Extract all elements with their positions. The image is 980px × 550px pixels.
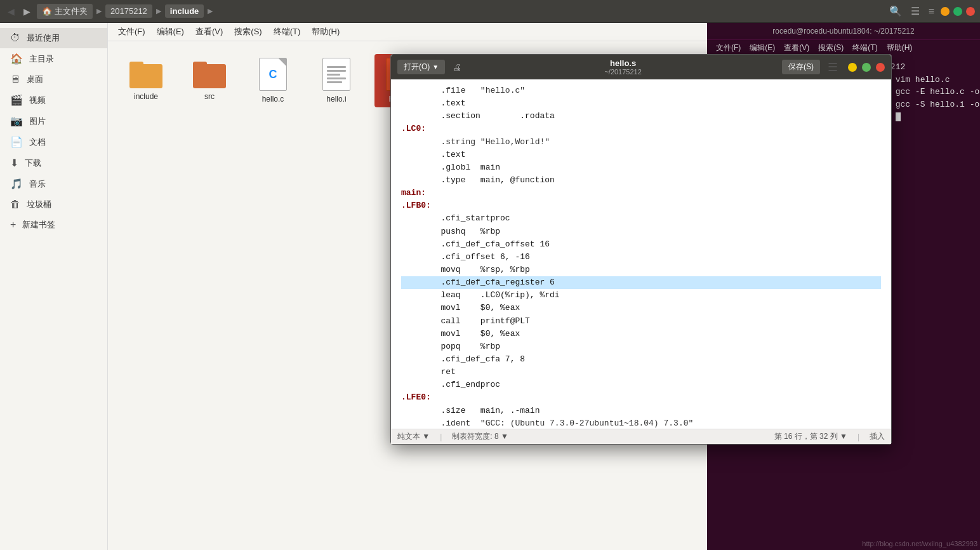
sidebar-label-documents: 文档 bbox=[29, 137, 46, 148]
editor-line-4: .LC0: bbox=[401, 123, 881, 135]
status-format[interactable]: 纯文本 ▼ bbox=[397, 431, 430, 442]
desktop-icon: 🖥 bbox=[10, 74, 20, 85]
sidebar-label-downloads: 下载 bbox=[25, 158, 41, 169]
home-sidebar-icon: 🏠 bbox=[10, 53, 23, 65]
sidebar-item-desktop[interactable]: 🖥 桌面 bbox=[0, 69, 107, 90]
editor-line-10: .LFB0: bbox=[401, 199, 881, 212]
c-file-icon: C bbox=[259, 58, 287, 91]
menu-help[interactable]: 帮助(H) bbox=[307, 24, 345, 39]
tmenu-edit[interactable]: 编辑(E) bbox=[746, 41, 779, 55]
pictures-icon: 📷 bbox=[10, 115, 23, 127]
editor-line-24: .cfi_endproc bbox=[401, 379, 881, 391]
editor-line-20: movl $0, %eax bbox=[401, 328, 881, 340]
status-tabwidth[interactable]: 制表符宽度: 8 ▼ bbox=[452, 431, 508, 442]
editor-titlebar: 打开(O) ▼ 🖨 hello.s ~/20175212 保存(S) ☰ bbox=[391, 55, 891, 79]
watermark: http://blog.csdn.net/wxilng_u4382993 bbox=[862, 540, 977, 547]
topbar: ◀ ▶ 🏠 主文件夹 ▶ 20175212 ▶ include ▶ 🔍 ☰ ≡ bbox=[0, 0, 980, 23]
window-maximize-btn[interactable] bbox=[953, 7, 962, 16]
sidebar-label-recent: 最近使用 bbox=[27, 32, 60, 44]
menu-btn[interactable]: ≡ bbox=[926, 4, 937, 18]
window-close-btn[interactable] bbox=[966, 7, 975, 16]
editor-window: 打开(O) ▼ 🖨 hello.s ~/20175212 保存(S) ☰ .fi… bbox=[390, 54, 892, 445]
list-view-btn[interactable]: ☰ bbox=[908, 4, 922, 18]
tmenu-file[interactable]: 文件(F) bbox=[712, 41, 745, 55]
sidebar-item-music[interactable]: 🎵 音乐 bbox=[0, 173, 107, 194]
sidebar-item-recent[interactable]: ⏱ 最近使用 bbox=[0, 28, 107, 48]
editor-line-19: call printf@PLT bbox=[401, 315, 881, 328]
bc-arrow-2: ▶ bbox=[156, 7, 161, 15]
editor-line-11: .cfi_startproc bbox=[401, 212, 881, 225]
sidebar-item-video[interactable]: 🎬 视频 bbox=[0, 90, 107, 111]
menu-view[interactable]: 查看(V) bbox=[190, 24, 228, 39]
tmenu-view[interactable]: 查看(V) bbox=[780, 41, 813, 55]
editor-menu-btn[interactable]: ☰ bbox=[825, 59, 840, 76]
file-item-src[interactable]: src bbox=[184, 54, 235, 107]
dir2-label: include bbox=[170, 6, 199, 16]
dir2-breadcrumb[interactable]: include bbox=[165, 4, 204, 18]
recent-icon: ⏱ bbox=[10, 32, 20, 44]
status-position[interactable]: 第 16 行，第 32 列 ▼ bbox=[774, 431, 847, 442]
sidebar-label-trash: 垃圾桶 bbox=[27, 199, 51, 210]
file-label-src: src bbox=[204, 92, 215, 101]
editor-maximize-btn[interactable] bbox=[862, 63, 871, 72]
forward-button[interactable]: ▶ bbox=[21, 5, 33, 18]
downloads-icon: ⬇ bbox=[10, 157, 18, 169]
editor-open-label: 打开(O) bbox=[404, 62, 430, 72]
tmenu-help[interactable]: 帮助(H) bbox=[883, 41, 917, 55]
home-icon: 🏠 bbox=[42, 6, 52, 16]
file-menubar: 文件(F) 编辑(E) 查看(V) 搜索(S) 终端(T) 帮助(H) bbox=[108, 23, 707, 41]
editor-line-12: pushq %rbp bbox=[401, 225, 881, 238]
sidebar-item-documents[interactable]: 📄 文档 bbox=[0, 131, 107, 152]
sidebar-label-video: 视频 bbox=[29, 95, 46, 106]
window-minimize-btn[interactable] bbox=[941, 7, 950, 16]
editor-open-btn[interactable]: 打开(O) ▼ bbox=[397, 60, 445, 74]
tmenu-terminal[interactable]: 终端(T) bbox=[849, 41, 881, 55]
editor-line-2: .text bbox=[401, 97, 881, 110]
editor-line-26: .size main, .-main bbox=[401, 405, 881, 417]
sidebar-item-downloads[interactable]: ⬇ 下载 bbox=[0, 152, 107, 173]
tmenu-search[interactable]: 搜索(S) bbox=[814, 41, 847, 55]
search-icon-btn[interactable]: 🔍 bbox=[887, 4, 904, 18]
sidebar-label-desktop: 桌面 bbox=[27, 74, 43, 85]
file-item-hello-i[interactable]: hello.i bbox=[311, 54, 362, 107]
file-label-hello-c: hello.c bbox=[262, 95, 284, 104]
editor-statusbar: 纯文本 ▼ | 制表符宽度: 8 ▼ 第 16 行，第 32 列 ▼ | 插入 bbox=[391, 429, 891, 444]
menu-search[interactable]: 搜索(S) bbox=[229, 24, 267, 39]
topbar-right: 🔍 ☰ ≡ bbox=[887, 4, 975, 18]
bc-arrow-3: ▶ bbox=[208, 7, 213, 15]
editor-icon-btn[interactable]: 🖨 bbox=[450, 61, 464, 74]
status-mode: 插入 bbox=[870, 431, 885, 442]
menu-terminal[interactable]: 终端(T) bbox=[268, 24, 306, 39]
dir1-label: 20175212 bbox=[110, 6, 147, 16]
documents-icon: 📄 bbox=[10, 136, 23, 148]
sidebar-item-pictures[interactable]: 📷 图片 bbox=[0, 111, 107, 131]
video-icon: 🎬 bbox=[10, 94, 23, 106]
menu-edit[interactable]: 编辑(E) bbox=[152, 24, 189, 39]
editor-line-3: .section .rodata bbox=[401, 110, 881, 123]
editor-minimize-btn[interactable] bbox=[848, 63, 857, 72]
editor-open-arrow: ▼ bbox=[432, 64, 439, 70]
file-item-include[interactable]: include bbox=[121, 54, 171, 107]
editor-line-23: ret bbox=[401, 366, 881, 379]
editor-line-15: movq %rsp, %rbp bbox=[401, 264, 881, 276]
home-breadcrumb[interactable]: 🏠 主文件夹 bbox=[37, 4, 93, 19]
menu-file[interactable]: 文件(F) bbox=[113, 24, 150, 39]
sidebar-item-home[interactable]: 🏠 主目录 bbox=[0, 48, 107, 69]
term-cmd-2: vim hello.c bbox=[896, 75, 950, 84]
sidebar-item-trash[interactable]: 🗑 垃圾桶 bbox=[0, 194, 107, 215]
music-icon: 🎵 bbox=[10, 178, 23, 190]
editor-close-btn[interactable] bbox=[876, 63, 885, 72]
back-button[interactable]: ◀ bbox=[5, 5, 17, 18]
editor-line-14: .cfi_offset 6, -16 bbox=[401, 251, 881, 264]
sidebar-item-new-bookmark[interactable]: + 新建书签 bbox=[0, 215, 107, 235]
editor-line-18: movl $0, %eax bbox=[401, 302, 881, 314]
term-cmd-3: gcc -E hello.c -o hello.i bbox=[896, 87, 980, 97]
add-icon: + bbox=[10, 219, 16, 231]
dir1-breadcrumb[interactable]: 20175212 bbox=[105, 4, 152, 18]
file-item-hello-c[interactable]: C hello.c bbox=[248, 54, 298, 107]
editor-line-13: .cfi_def_cfa_offset 16 bbox=[401, 238, 881, 251]
editor-line-5: .string "Hello,World!" bbox=[401, 136, 881, 149]
editor-content-area[interactable]: .file "hello.c" .text .section .rodata.L… bbox=[391, 79, 891, 429]
editor-save-btn[interactable]: 保存(S) bbox=[782, 60, 820, 74]
folder-icon-include bbox=[129, 58, 162, 88]
